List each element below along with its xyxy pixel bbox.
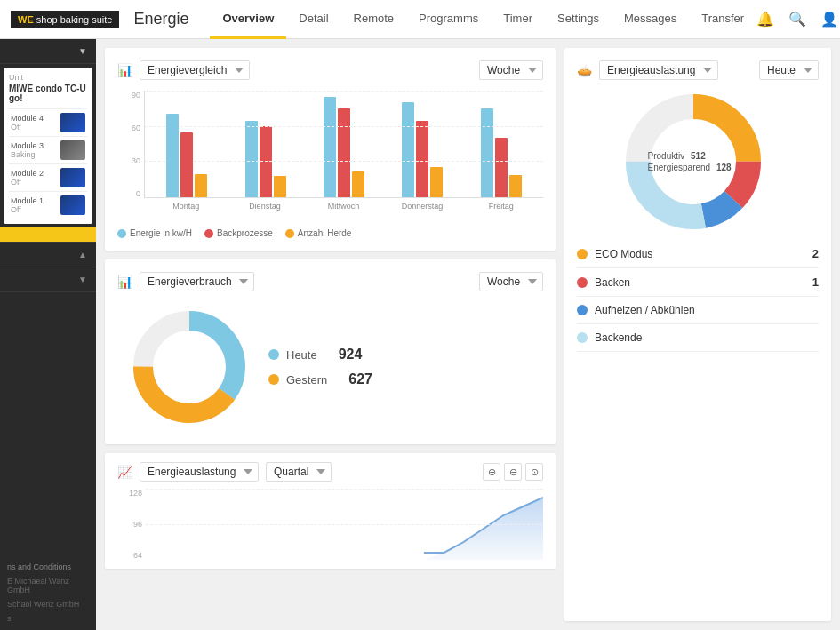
bar-dienstag-blue <box>245 121 258 197</box>
verbrauch-select[interactable]: Energieverbrauch <box>140 272 254 291</box>
zoom-in-button[interactable]: ⊕ <box>483 463 500 481</box>
sidebar-item-ges[interactable]: ▲ <box>0 243 96 267</box>
backen-value: 1 <box>812 275 819 289</box>
y-label-0: 0 <box>136 189 140 198</box>
search-icon[interactable]: 🔍 <box>788 11 806 28</box>
module-info: Module 3 Baking <box>11 141 60 159</box>
energy-type-select[interactable]: Energieauslastung <box>599 60 718 80</box>
legend-herde: Anzahl Herde <box>285 228 352 238</box>
tab-transfer[interactable]: Transfer <box>689 0 756 39</box>
bar-montag-red <box>180 132 193 197</box>
unit-name: MIWE condo TC-U go! <box>9 84 87 103</box>
legend-row-aufheizen: Aufheizen / Abkühlen <box>577 297 819 324</box>
energieverbrauch-card: 📊 Energieverbrauch Woche <box>105 259 556 444</box>
sidebar-item-overview[interactable] <box>0 227 96 242</box>
legend-left-eco: ECO Modus <box>577 248 652 260</box>
x-label-montag: Montag <box>148 202 225 219</box>
nav-right: 🔔 🔍 👤 klau <box>756 11 840 28</box>
zoom-reset-button[interactable]: ⊙ <box>525 463 543 481</box>
right-column: 🥧 Energieauslastung Heute <box>564 48 831 621</box>
module-info: Module 4 Off <box>11 114 60 132</box>
produktiv-label: Produktiv <box>648 151 685 161</box>
bar-freitag-blue <box>481 108 493 197</box>
module-name: Module 4 <box>11 114 60 123</box>
chart-type-select[interactable]: Energievergleich <box>140 60 250 80</box>
card-header: 📊 Energievergleich Woche <box>117 60 543 80</box>
period-select[interactable]: Woche <box>479 60 543 80</box>
module-thumb <box>60 140 85 160</box>
tab-timer[interactable]: Timer <box>491 0 545 39</box>
legend-left-backende: Backende <box>577 331 642 344</box>
bar-mittwoch-blue <box>324 97 336 197</box>
tab-settings[interactable]: Settings <box>545 0 612 39</box>
gestern-dot <box>268 374 279 385</box>
verbrauch-period-select[interactable]: Woche <box>479 272 543 291</box>
main-layout: ▼ Unit MIWE condo TC-U go! Module 4 Off … <box>0 39 840 630</box>
bar-mittwoch-orange <box>352 171 364 197</box>
main-nav: Overview Detail Remote Programms Timer S… <box>210 0 756 39</box>
bottom-chart-area: 128 96 64 <box>117 489 543 560</box>
tab-messages[interactable]: Messages <box>612 0 689 39</box>
bottom-card-header: 📈 Energieauslastung Quartal ⊕ ⊖ ⊙ <box>117 462 543 482</box>
gestern-label: Gestern <box>286 373 327 387</box>
x-label-donnerstag: Donnerstag <box>384 202 461 219</box>
chevron-down-icon: ▼ <box>78 46 87 56</box>
produktiv-value: 512 <box>691 151 706 161</box>
x-label-freitag: Freitag <box>462 202 540 219</box>
unit-section: Unit MIWE condo TC-U go! Module 4 Off Mo… <box>4 68 92 224</box>
bar-donnerstag-blue <box>402 102 414 197</box>
company-3: s <box>7 614 89 623</box>
aufheizen-dot <box>577 305 588 315</box>
legend-dot-orange <box>285 229 294 238</box>
bar-dienstag-orange <box>274 176 286 197</box>
aufheizen-label: Aufheizen / Abkühlen <box>595 304 695 316</box>
module-name: Module 2 <box>11 169 60 178</box>
module-item-3: Module 3 Baking <box>9 136 87 163</box>
bar-freitag-red <box>495 138 508 197</box>
auslastung-select[interactable]: Energieauslastung <box>140 462 259 482</box>
legend-dot-red <box>204 229 213 238</box>
tab-detail[interactable]: Detail <box>286 0 340 39</box>
module-thumb <box>60 113 85 132</box>
heute-dot <box>268 349 279 360</box>
module-thumb <box>60 195 85 215</box>
top-navigation: WE shop baking suite Energie Overview De… <box>0 0 840 39</box>
zoom-out-button[interactable]: ⊖ <box>504 463 522 481</box>
verbrauch-labels: Heute 924 Gestern 627 <box>268 347 372 387</box>
brand-prefix: WE <box>18 14 34 25</box>
chart-controls: ⊕ ⊖ ⊙ <box>483 463 543 481</box>
verbrauch-donut-chart <box>132 309 247 425</box>
tab-programms[interactable]: Programms <box>406 0 491 39</box>
legend-row-eco: ECO Modus 2 <box>577 240 819 268</box>
bar-chart-icon: 📊 <box>117 63 132 77</box>
content-area: 📊 Energievergleich Woche 90 60 30 <box>96 39 840 630</box>
module-item-2: Module 2 Off <box>9 163 87 191</box>
module-status: Off <box>11 178 60 187</box>
quartal-select[interactable]: Quartal <box>266 462 332 482</box>
terms-link[interactable]: ns and Conditions <box>7 562 89 571</box>
module-thumb <box>60 168 85 187</box>
gestern-value: 627 <box>348 371 372 387</box>
legend-row-backen: Backen 1 <box>577 268 819 297</box>
notification-icon[interactable]: 🔔 <box>756 11 774 28</box>
sidebar-item-ov[interactable]: ▼ <box>0 39 96 63</box>
legend-dot-blue <box>117 229 126 238</box>
sidebar-item-ation[interactable]: ▼ <box>0 267 96 291</box>
legend-left-aufheizen: Aufheizen / Abkühlen <box>577 304 695 316</box>
tab-overview[interactable]: Overview <box>210 0 286 39</box>
eco-dot <box>577 249 588 259</box>
backen-label: Backen <box>595 276 630 289</box>
pie-chart-icon: 🥧 <box>577 63 592 77</box>
tab-remote[interactable]: Remote <box>341 0 407 39</box>
bar-donnerstag-red <box>416 121 428 197</box>
user-icon[interactable]: 👤 <box>820 11 838 28</box>
eco-label: ECO Modus <box>595 248 652 260</box>
y-bottom-96: 96 <box>133 520 142 529</box>
bars-container <box>145 91 543 197</box>
brand-logo: WE shop baking suite <box>11 11 119 28</box>
energieauslastung-card: 🥧 Energieauslastung Heute <box>564 48 831 621</box>
legend-label-herde: Anzahl Herde <box>298 228 352 238</box>
energy-period-select[interactable]: Heute <box>759 60 819 80</box>
legend-label-energie: Energie in kw/H <box>130 228 192 238</box>
y-bottom-64: 64 <box>133 551 142 560</box>
